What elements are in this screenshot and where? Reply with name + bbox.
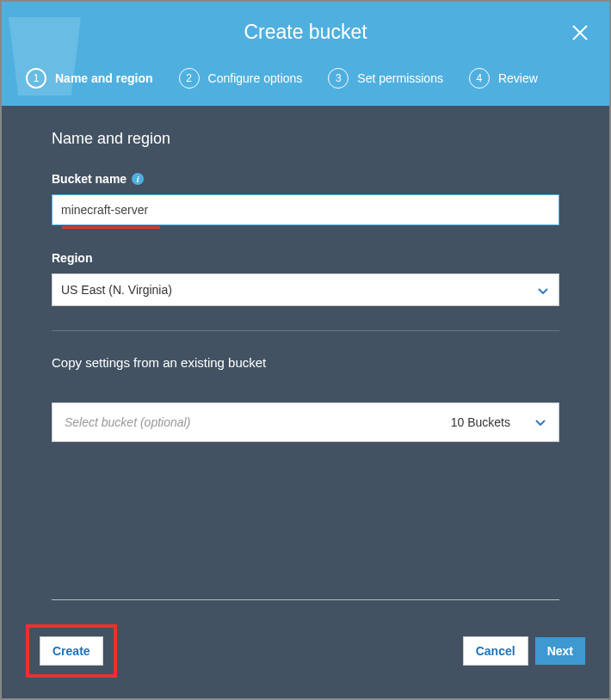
step-number: 3: [328, 68, 349, 89]
step-number: 1: [26, 68, 46, 89]
modal-header: Create bucket 1 Name and region 2 Config…: [2, 2, 609, 106]
step-review[interactable]: 4 Review: [469, 68, 538, 89]
divider: [52, 330, 559, 331]
wizard-steps: 1 Name and region 2 Configure options 3 …: [2, 52, 609, 106]
region-value: US East (N. Virginia): [61, 283, 172, 297]
footer-buttons: Create Cancel Next: [26, 624, 585, 678]
bucket-name-input[interactable]: [52, 194, 559, 225]
copy-bucket-select-wrap: Select bucket (optional) 10 Buckets: [52, 402, 559, 442]
chevron-down-icon: [534, 419, 546, 426]
bucket-count: 10 Buckets: [451, 415, 510, 429]
region-select[interactable]: US East (N. Virginia): [52, 273, 559, 306]
bucket-name-label: Bucket name i: [52, 172, 559, 186]
step-name-region[interactable]: 1 Name and region: [26, 68, 153, 89]
region-select-wrap: US East (N. Virginia): [52, 273, 559, 306]
modal-content: Name and region Bucket name i Region US …: [2, 106, 609, 599]
cancel-button[interactable]: Cancel: [463, 636, 528, 666]
region-label: Region: [52, 251, 559, 265]
section-title: Name and region: [52, 130, 559, 148]
step-label: Review: [498, 71, 538, 85]
footer-divider: [52, 599, 559, 600]
close-button[interactable]: [566, 19, 594, 46]
bucket-name-input-wrap: [52, 194, 559, 225]
chevron-down-icon: [537, 282, 549, 298]
step-label: Configure options: [208, 71, 303, 85]
step-number: 4: [469, 68, 490, 89]
create-button-highlight: Create: [26, 624, 117, 678]
next-button[interactable]: Next: [535, 637, 585, 665]
create-button[interactable]: Create: [40, 636, 103, 666]
modal-overlay: Create bucket 1 Name and region 2 Config…: [0, 0, 611, 700]
step-label: Set permissions: [357, 71, 443, 85]
step-set-permissions[interactable]: 3 Set permissions: [328, 68, 443, 89]
step-label: Name and region: [55, 71, 153, 85]
right-buttons: Cancel Next: [463, 636, 585, 666]
step-number: 2: [179, 68, 200, 89]
copy-settings-title: Copy settings from an existing bucket: [52, 355, 559, 370]
close-icon: [571, 23, 589, 42]
step-configure-options[interactable]: 2 Configure options: [179, 68, 303, 89]
copy-bucket-select[interactable]: Select bucket (optional) 10 Buckets: [52, 402, 559, 442]
spellcheck-underline: [62, 226, 160, 229]
info-icon[interactable]: i: [132, 173, 144, 185]
create-bucket-modal: Create bucket 1 Name and region 2 Config…: [0, 0, 611, 700]
modal-footer: Create Cancel Next: [2, 599, 609, 698]
copy-bucket-placeholder: Select bucket (optional): [65, 415, 190, 429]
modal-title: Create bucket: [2, 2, 609, 52]
